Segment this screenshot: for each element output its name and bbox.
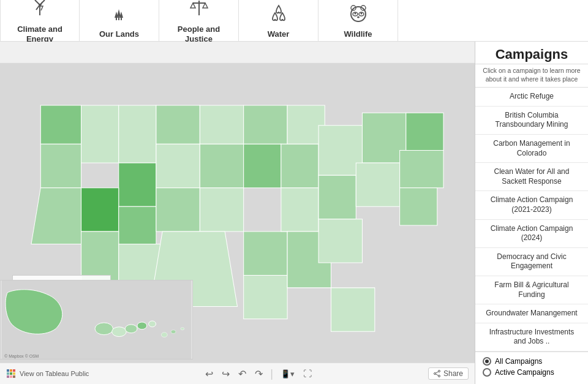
- fullscreen-button[interactable]: ⛶: [302, 367, 313, 380]
- svg-marker-25: [40, 144, 81, 187]
- sidebar-item-infrastructure[interactable]: Infrastructure Investments and Jobs ..: [475, 323, 588, 352]
- svg-line-81: [435, 374, 438, 375]
- svg-point-66: [181, 328, 184, 330]
- toolbar-center: ↩ ↪ ↶ ↷ | 📱▾ ⛶: [94, 367, 423, 381]
- back-button[interactable]: ↶: [237, 367, 247, 381]
- sidebar-subtitle: Click on a campaign to learn more about …: [475, 64, 588, 88]
- svg-point-60: [112, 327, 127, 337]
- svg-marker-33: [200, 144, 243, 187]
- svg-rect-72: [10, 372, 12, 375]
- device-select-button[interactable]: 📱▾: [279, 368, 296, 380]
- svg-marker-50: [318, 175, 356, 219]
- svg-line-2: [35, 0, 40, 5]
- svg-line-80: [435, 372, 438, 373]
- redo-button[interactable]: ↪: [221, 367, 231, 381]
- svg-marker-51: [356, 163, 399, 206]
- svg-marker-41: [244, 105, 287, 144]
- svg-marker-34: [81, 188, 119, 232]
- sidebar-filters: All CampaignsActive Campaigns: [475, 352, 588, 384]
- map-area[interactable]: Number of Campaigns 5 11: [0, 42, 475, 384]
- radio-circle-active-campaigns: [483, 368, 491, 377]
- sidebar-list: Arctic RefugeBritish Columbia Transbound…: [475, 88, 588, 352]
- filter-active-campaigns[interactable]: Active Campaigns: [483, 368, 581, 377]
- inset-map: © Mapbox © OSM: [0, 280, 193, 360]
- nav-label-our-lands: Our Lands: [99, 29, 139, 39]
- svg-marker-55: [318, 219, 362, 263]
- svg-rect-70: [13, 369, 15, 372]
- svg-marker-48: [244, 232, 287, 275]
- svg-point-79: [434, 373, 435, 375]
- nav-item-people-justice[interactable]: People and Justice: [159, 0, 239, 41]
- nav-item-water[interactable]: Water: [239, 0, 318, 41]
- filter-label-all-campaigns: All Campaigns: [495, 357, 542, 366]
- svg-marker-47: [406, 113, 443, 150]
- tableau-toolbar: View on Tableau Public ↩ ↪ ↶ ↷ | 📱▾ ⛶: [0, 363, 475, 384]
- svg-marker-35: [119, 206, 156, 244]
- svg-marker-37: [200, 188, 243, 232]
- people-justice-icon: [188, 0, 210, 23]
- sidebar: Campaigns Click on a campaign to learn m…: [475, 42, 588, 384]
- svg-rect-71: [7, 372, 9, 375]
- svg-marker-57: [400, 188, 437, 225]
- sidebar-item-farm-bill[interactable]: Farm Bill & Agricultural Funding: [475, 276, 588, 304]
- svg-marker-27: [81, 105, 119, 163]
- climate-energy-icon: [29, 0, 51, 23]
- svg-point-77: [438, 371, 440, 372]
- our-lands-icon: [108, 2, 130, 28]
- filter-all-campaigns[interactable]: All Campaigns: [483, 357, 581, 366]
- svg-marker-26: [31, 188, 88, 244]
- sidebar-item-groundwater[interactable]: Groundwater Manangement: [475, 304, 588, 323]
- share-label: Share: [443, 369, 463, 378]
- main-content: Number of Campaigns 5 11: [0, 42, 588, 384]
- svg-marker-31: [119, 163, 156, 206]
- sidebar-item-climate-action-2024[interactable]: Climate Action Campaign (2024): [475, 220, 588, 248]
- sidebar-item-clean-water[interactable]: Clean Water for All and Sackett Response: [475, 163, 588, 191]
- svg-point-62: [137, 322, 147, 329]
- svg-point-65: [171, 330, 176, 334]
- svg-marker-52: [400, 151, 443, 188]
- svg-marker-44: [281, 144, 318, 187]
- toolbar-left: View on Tableau Public: [6, 369, 89, 378]
- svg-point-59: [95, 323, 113, 335]
- svg-marker-6: [117, 9, 121, 17]
- svg-marker-53: [244, 275, 287, 318]
- undo-button[interactable]: ↩: [204, 367, 214, 381]
- svg-point-64: [161, 333, 167, 337]
- sidebar-title: Campaigns: [475, 42, 588, 64]
- nav-item-our-lands[interactable]: Our Lands: [80, 0, 159, 41]
- svg-rect-75: [10, 375, 12, 378]
- toolbar-right: Share: [428, 367, 469, 380]
- svg-rect-69: [10, 369, 12, 372]
- forward-button[interactable]: ↷: [254, 367, 264, 381]
- svg-marker-28: [119, 105, 156, 163]
- radio-circle-all-campaigns: [483, 357, 491, 366]
- svg-marker-56: [331, 288, 374, 331]
- svg-marker-32: [156, 144, 200, 187]
- share-icon: [434, 370, 441, 377]
- share-button[interactable]: Share: [428, 367, 469, 380]
- nav-label-climate-energy: Climate and Energy: [17, 24, 62, 43]
- svg-point-22: [360, 13, 362, 15]
- svg-point-78: [438, 375, 440, 377]
- wildlife-icon: [347, 2, 369, 28]
- svg-marker-49: [281, 188, 318, 232]
- sidebar-item-carbon-co[interactable]: Carbon Management in Colorado: [475, 135, 588, 163]
- svg-rect-76: [13, 375, 15, 378]
- svg-rect-73: [13, 372, 15, 375]
- toolbar-divider: |: [270, 367, 273, 380]
- svg-point-61: [125, 325, 137, 333]
- nav-label-wildlife: Wildlife: [344, 29, 372, 39]
- tableau-icon: [6, 369, 16, 378]
- sidebar-item-climate-action-2021[interactable]: Climate Action Campaign (2021-2023): [475, 191, 588, 219]
- svg-marker-24: [40, 105, 81, 144]
- sidebar-item-bc-mining[interactable]: British Columbia Transboundary Mining: [475, 107, 588, 135]
- svg-text:© Mapbox © OSM: © Mapbox © OSM: [4, 354, 39, 359]
- view-tableau-label[interactable]: View on Tableau Public: [20, 370, 89, 377]
- svg-point-21: [354, 13, 356, 15]
- nav-item-wildlife[interactable]: Wildlife: [318, 0, 398, 41]
- sidebar-item-democracy-civic[interactable]: Democracy and Civic Engagement: [475, 248, 588, 276]
- nav-item-climate-energy[interactable]: Climate and Energy: [0, 0, 80, 41]
- sidebar-item-arctic-refuge[interactable]: Arctic Refuge: [475, 88, 588, 107]
- nav-label-people-justice: People and Justice: [178, 24, 220, 43]
- header-nav: Climate and Energy Our Lands: [0, 0, 588, 42]
